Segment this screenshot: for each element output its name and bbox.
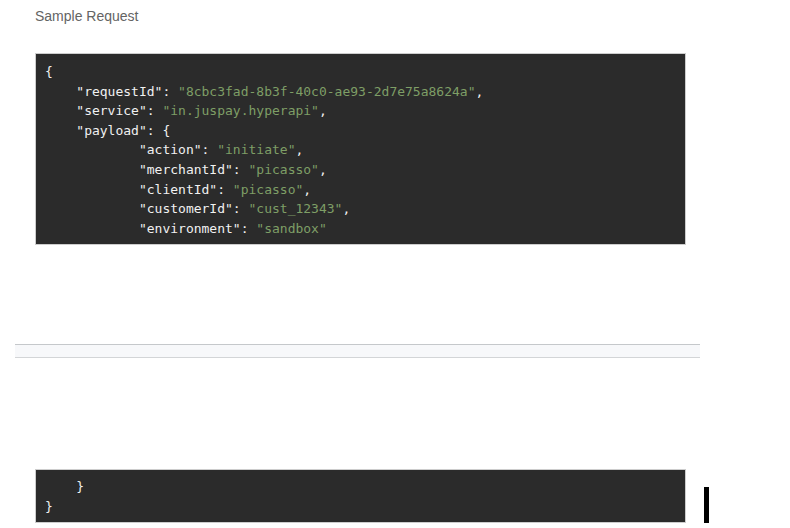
code-line: { [45, 62, 676, 82]
code-line: "customerId": "cust_12343", [45, 199, 676, 219]
sample-request-code-block-end: }} [35, 469, 686, 523]
sample-request-heading: Sample Request [35, 8, 139, 24]
code-token-plain: "requestId": [45, 84, 178, 99]
code-token-plain: , [319, 103, 327, 118]
code-token-plain: , [475, 84, 483, 99]
code-line: "service": "in.juspay.hyperapi", [45, 101, 676, 121]
code-token-plain: "merchantId": [45, 162, 249, 177]
code-token-plain: "service": [45, 103, 162, 118]
code-line: } [45, 497, 676, 517]
section-divider [15, 344, 700, 358]
code-line: "payload": { [45, 121, 676, 141]
code-token-plain: "environment": [45, 221, 256, 236]
code-line: "action": "initiate", [45, 140, 676, 160]
code-token-plain: , [295, 142, 303, 157]
code-token-string: "picasso" [249, 162, 319, 177]
code-token-plain: "payload": { [45, 123, 170, 138]
code-line: "environment": "sandbox" [45, 219, 676, 239]
doc-page: { "heading": { "text": "Sample Request" … [0, 0, 790, 528]
code-token-plain: , [342, 201, 350, 216]
code-token-string: "8cbc3fad-8b3f-40c0-ae93-2d7e75a8624a" [178, 84, 475, 99]
code-token-string: "picasso" [233, 182, 303, 197]
code-token-plain: "action": [45, 142, 217, 157]
code-token-string: "initiate" [217, 142, 295, 157]
code-token-plain: "clientId": [45, 182, 233, 197]
code-token-plain: } [45, 499, 53, 514]
code-token-string: "cust_12343" [249, 201, 343, 216]
code-token-plain: { [45, 64, 53, 79]
text-caret-bar [704, 487, 709, 523]
code-line: } [45, 477, 676, 497]
code-token-plain: , [303, 182, 311, 197]
code-line: "clientId": "picasso", [45, 180, 676, 200]
code-token-plain: , [319, 162, 327, 177]
code-token-plain: "customerId": [45, 201, 249, 216]
code-token-string: "sandbox" [256, 221, 326, 236]
code-token-string: "in.juspay.hyperapi" [162, 103, 319, 118]
code-line: "requestId": "8cbc3fad-8b3f-40c0-ae93-2d… [45, 82, 676, 102]
code-token-plain: } [45, 479, 84, 494]
sample-request-code-block: { "requestId": "8cbc3fad-8b3f-40c0-ae93-… [35, 53, 686, 245]
code-line: "merchantId": "picasso", [45, 160, 676, 180]
